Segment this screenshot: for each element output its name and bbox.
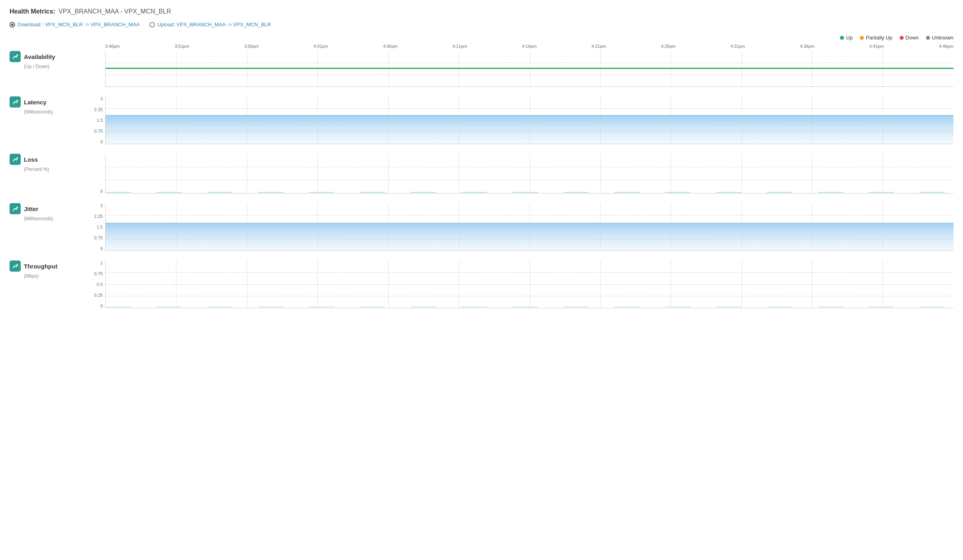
- availability-chart-wrapper: [89, 51, 953, 87]
- up-dot: [840, 36, 844, 40]
- availability-icon[interactable]: [10, 51, 21, 62]
- loss-canvas: [105, 154, 953, 194]
- loss-svg: [106, 154, 953, 193]
- svg-marker-0: [106, 116, 953, 144]
- availability-canvas: [105, 51, 953, 87]
- latency-unit: (Milliseconds): [24, 109, 89, 115]
- throughput-section: Throughput (Mbps) 1 0.75 0.5 0.25 0: [10, 260, 953, 308]
- page-header: Health Metrics: VPX_BRANCH_MAA - VPX_MCN…: [10, 8, 953, 15]
- loss-name: Loss: [24, 156, 38, 163]
- loss-label-col: Loss (Percent %): [10, 154, 89, 172]
- throughput-label-col: Throughput (Mbps): [10, 260, 89, 279]
- jitter-svg: [106, 203, 953, 251]
- availability-unit: (Up / Down): [24, 64, 89, 69]
- download-radio[interactable]: [10, 22, 15, 27]
- jitter-icon[interactable]: [10, 203, 21, 214]
- throughput-name: Throughput: [24, 263, 57, 270]
- direction-selector: Download : VPX_MCN_BLR -> VPX_BRANCH_MAA…: [10, 22, 953, 27]
- up-label: Up: [846, 35, 853, 41]
- latency-section: Latency (Milliseconds) 3 2.25 1.5 0.75 0: [10, 96, 953, 144]
- latency-chart-wrapper: 3 2.25 1.5 0.75 0: [89, 96, 953, 144]
- availability-section: Availability (Up / Down): [10, 51, 953, 87]
- health-metrics-label: Health Metrics:: [10, 8, 55, 15]
- loss-chart-area: 0: [89, 154, 953, 194]
- latency-y-axis: 3 2.25 1.5 0.75 0: [89, 96, 105, 144]
- throughput-canvas: [105, 260, 953, 308]
- availability-label-col: Availability (Up / Down): [10, 51, 89, 69]
- latency-svg: [106, 96, 953, 144]
- down-dot: [900, 36, 904, 40]
- down-label: Down: [906, 35, 919, 41]
- loss-icon[interactable]: [10, 154, 21, 165]
- download-label: Download : VPX_MCN_BLR -> VPX_BRANCH_MAA: [18, 22, 140, 27]
- latency-title-row: Latency: [10, 96, 89, 108]
- loss-chart-wrapper: 0: [89, 154, 953, 194]
- time-axis: 3:46pm 3:51pm 3:56pm 4:01pm 4:06pm 4:11p…: [105, 44, 953, 49]
- loss-unit: (Percent %): [24, 166, 89, 172]
- availability-chart-area: [89, 51, 953, 87]
- upload-option[interactable]: Upload: VPX_BRANCH_MAA -> VPX_MCN_BLR: [149, 22, 271, 27]
- legend-unknown: Unknown: [926, 35, 953, 41]
- download-option[interactable]: Download : VPX_MCN_BLR -> VPX_BRANCH_MAA: [10, 22, 140, 27]
- throughput-title-row: Throughput: [10, 260, 89, 272]
- throughput-y-axis: 1 0.75 0.5 0.25 0: [89, 260, 105, 308]
- latency-label-col: Latency (Milliseconds): [10, 96, 89, 115]
- upload-radio[interactable]: [149, 22, 155, 27]
- legend-up: Up: [840, 35, 853, 41]
- jitter-y-axis: 3 2.25 1.5 0.75 0: [89, 203, 105, 251]
- availability-line: [106, 68, 953, 69]
- unknown-label: Unknown: [932, 35, 953, 41]
- jitter-chart-wrapper: 3 2.25 1.5 0.75 0: [89, 203, 953, 251]
- loss-title-row: Loss: [10, 154, 89, 165]
- legend-partially-up: Partially Up: [860, 35, 892, 41]
- jitter-title-row: Jitter: [10, 203, 89, 214]
- loss-section: Loss (Percent %) 0: [10, 154, 953, 194]
- latency-chart-area: 3 2.25 1.5 0.75 0: [89, 96, 953, 144]
- legend-down: Down: [900, 35, 919, 41]
- throughput-icon[interactable]: [10, 260, 21, 272]
- jitter-unit: (Milliseconds): [24, 216, 89, 221]
- partially-up-dot: [860, 36, 864, 40]
- availability-title-row: Availability: [10, 51, 89, 62]
- jitter-name: Jitter: [24, 206, 39, 212]
- latency-name: Latency: [24, 99, 47, 106]
- availability-y-axis: [89, 51, 105, 87]
- throughput-unit: (Mbps): [24, 273, 89, 279]
- jitter-chart-area: 3 2.25 1.5 0.75 0: [89, 203, 953, 251]
- partially-up-label: Partially Up: [866, 35, 892, 41]
- throughput-chart-area: 1 0.75 0.5 0.25 0: [89, 260, 953, 308]
- unknown-dot: [926, 36, 930, 40]
- upload-label: Upload: VPX_BRANCH_MAA -> VPX_MCN_BLR: [157, 22, 271, 27]
- jitter-label-col: Jitter (Milliseconds): [10, 203, 89, 221]
- connection-title: VPX_BRANCH_MAA - VPX_MCN_BLR: [59, 8, 171, 15]
- throughput-chart-wrapper: 1 0.75 0.5 0.25 0: [89, 260, 953, 308]
- loss-y-axis: 0: [89, 154, 105, 194]
- legend: Up Partially Up Down Unknown: [10, 35, 953, 41]
- jitter-section: Jitter (Milliseconds) 3 2.25 1.5 0.75 0: [10, 203, 953, 251]
- throughput-svg: [106, 260, 953, 308]
- availability-name: Availability: [24, 53, 55, 60]
- latency-canvas: [105, 96, 953, 144]
- latency-icon[interactable]: [10, 96, 21, 108]
- jitter-canvas: [105, 203, 953, 251]
- svg-marker-2: [106, 223, 953, 251]
